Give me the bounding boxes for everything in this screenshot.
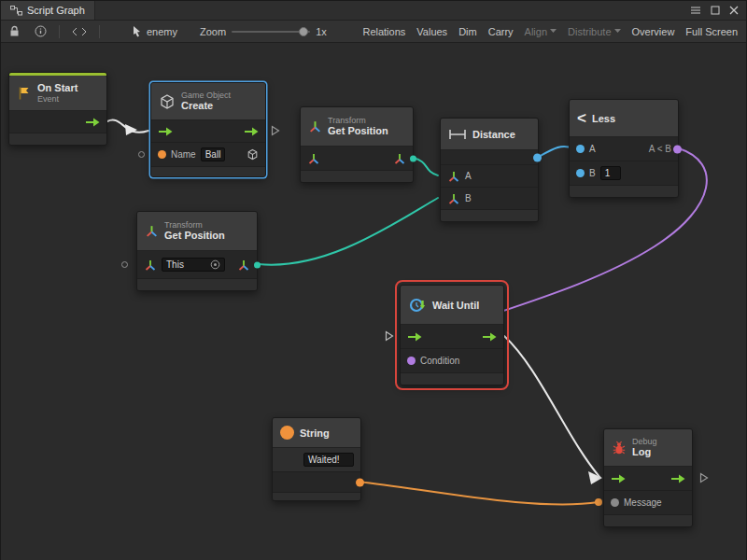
carry-button[interactable]: Carry xyxy=(484,24,518,39)
transform-input-icon[interactable] xyxy=(144,259,157,272)
node-category: Debug xyxy=(632,437,657,446)
less-input-a-port[interactable] xyxy=(576,145,585,153)
self-target-dropdown[interactable]: This xyxy=(162,258,225,272)
node-less[interactable]: < Less A A < B B 1 xyxy=(569,99,679,198)
node-title: Wait Until xyxy=(432,300,479,311)
node-header: String xyxy=(273,418,360,448)
unconnected-flow-triangle[interactable] xyxy=(271,125,280,136)
node-header: Game Object Create xyxy=(151,83,265,120)
unconnected-port-circle[interactable] xyxy=(138,151,145,158)
distribute-button[interactable]: Distribute xyxy=(563,24,625,39)
lock-button[interactable] xyxy=(5,23,24,39)
tab-script-graph[interactable]: Script Graph xyxy=(1,1,95,20)
vector-output-icon[interactable] xyxy=(393,152,406,165)
info-button[interactable] xyxy=(30,23,51,39)
node-on-start-event[interactable]: On Start Event xyxy=(8,72,107,146)
less-output-port[interactable] xyxy=(673,145,682,153)
wire-getposition-to-distance-b[interactable] xyxy=(259,198,438,265)
message-label: Message xyxy=(624,497,662,508)
node-category: Transform xyxy=(328,116,388,125)
node-footer xyxy=(570,186,678,197)
wire-arrowhead-icon xyxy=(588,471,602,484)
node-header: Distance xyxy=(441,119,538,150)
flow-output-port[interactable] xyxy=(244,127,259,136)
flow-output-port[interactable] xyxy=(670,474,685,483)
flow-input-port[interactable] xyxy=(158,127,173,136)
wire-getposition-to-distance-a[interactable] xyxy=(413,158,438,175)
game-object-icon xyxy=(159,93,176,110)
flow-input-port[interactable] xyxy=(611,474,626,483)
node-string[interactable]: String Waited! xyxy=(272,417,361,501)
input-a-label: A xyxy=(465,171,472,181)
flow-output-port[interactable] xyxy=(482,332,497,342)
window-controls xyxy=(683,1,746,20)
maximize-icon[interactable] xyxy=(711,6,720,15)
dim-button[interactable]: Dim xyxy=(454,24,482,39)
values-button[interactable]: Values xyxy=(412,24,452,39)
graph-canvas[interactable]: On Start Event Game Object Create xyxy=(1,43,746,560)
transform-input-icon[interactable] xyxy=(307,152,320,165)
self-target-value: This xyxy=(166,259,184,270)
align-label: Align xyxy=(525,26,547,37)
game-object-picker-icon[interactable] xyxy=(247,148,259,161)
wire-arrowhead-icon xyxy=(125,124,137,135)
position-output-port[interactable] xyxy=(254,261,261,268)
less-input-b-port[interactable] xyxy=(576,169,585,177)
node-header: Transform Get Position xyxy=(301,107,413,147)
distance-output-port[interactable] xyxy=(533,153,542,161)
target-picker-icon xyxy=(210,259,220,270)
node-wait-until[interactable]: Wait Until Condition xyxy=(400,285,504,385)
node-header: Debug Log xyxy=(604,429,692,467)
align-button[interactable]: Align xyxy=(520,24,561,39)
vector-input-icon[interactable] xyxy=(447,192,460,205)
chevron-down-icon xyxy=(614,29,621,34)
window-menu-icon[interactable] xyxy=(690,6,701,15)
name-label: Name xyxy=(171,149,196,160)
zoom-label: Zoom xyxy=(200,26,226,37)
name-field[interactable]: Ball xyxy=(201,147,226,161)
code-view-button[interactable] xyxy=(67,25,92,38)
node-distance[interactable]: Distance A B xyxy=(440,118,539,222)
flow-input-port[interactable] xyxy=(407,332,422,342)
node-game-object-create[interactable]: Game Object Create Name Ball xyxy=(150,82,266,177)
input-b-field[interactable]: 1 xyxy=(600,166,621,180)
node-subtitle: Event xyxy=(37,94,78,104)
node-title: Get Position xyxy=(328,125,388,137)
node-debug-log[interactable]: Debug Log Message xyxy=(603,428,693,527)
script-graph-window: Script Graph enemy Zoom 1x Rel xyxy=(0,0,747,560)
node-title: On Start xyxy=(37,82,78,94)
comparison-output-label: A < B xyxy=(649,144,671,154)
unconnected-port-circle[interactable] xyxy=(121,261,128,268)
condition-input-port[interactable] xyxy=(407,357,416,365)
node-footer xyxy=(401,373,503,385)
position-output-port[interactable] xyxy=(410,155,416,161)
wire-string-to-debuglog-message[interactable] xyxy=(359,482,599,504)
wire-endpoint xyxy=(595,498,602,506)
string-value-field[interactable]: Waited! xyxy=(303,453,354,467)
less-icon: < xyxy=(577,110,586,126)
node-title: Less xyxy=(592,113,615,124)
graph-icon xyxy=(10,6,22,16)
vector-input-icon[interactable] xyxy=(447,170,460,183)
fullscreen-button[interactable]: Full Screen xyxy=(681,24,742,39)
unconnected-flow-triangle[interactable] xyxy=(699,472,709,483)
vector-output-icon[interactable] xyxy=(237,259,250,272)
name-input-port[interactable] xyxy=(158,150,166,159)
node-get-position-top[interactable]: Transform Get Position xyxy=(300,106,414,183)
overview-button[interactable]: Overview xyxy=(627,24,680,39)
zoom-slider-handle[interactable] xyxy=(299,27,308,36)
string-output-port[interactable] xyxy=(356,478,364,486)
node-get-position-bottom[interactable]: Transform Get Position This xyxy=(136,211,258,291)
node-header: Transform Get Position xyxy=(137,212,257,251)
node-header: Wait Until xyxy=(401,286,503,325)
zoom-slider[interactable] xyxy=(232,31,310,33)
input-b-label: B xyxy=(465,193,472,203)
flow-output-port[interactable] xyxy=(85,118,100,127)
unconnected-flow-triangle[interactable] xyxy=(385,330,394,342)
close-icon[interactable] xyxy=(729,6,739,15)
node-footer xyxy=(137,279,257,290)
message-input-port[interactable] xyxy=(611,498,619,507)
wire-waituntil-to-debuglog[interactable] xyxy=(504,336,600,478)
relations-button[interactable]: Relations xyxy=(358,24,410,39)
transform-icon xyxy=(308,119,322,133)
